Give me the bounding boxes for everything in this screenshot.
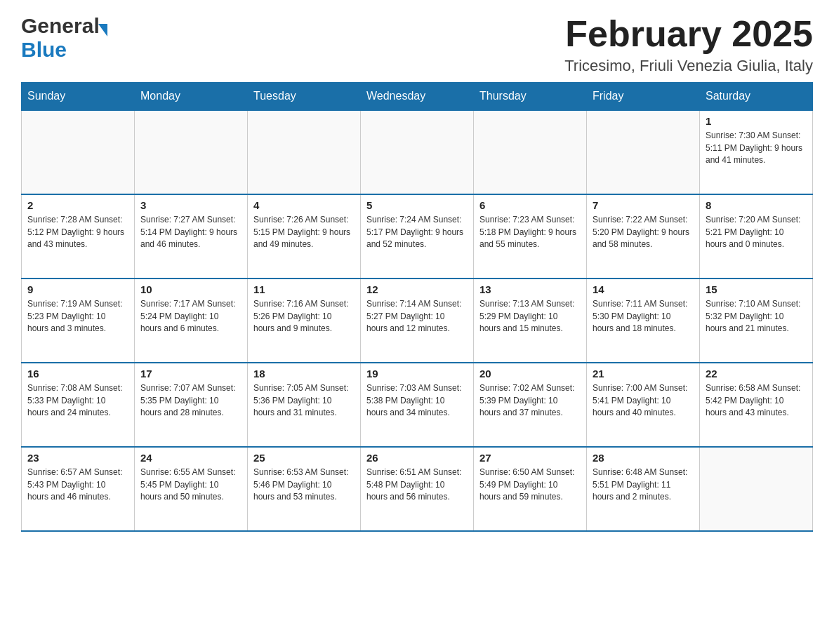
calendar-day-cell: 24Sunrise: 6:55 AM Sunset: 5:45 PM Dayli…: [135, 447, 248, 531]
calendar-week-row: 23Sunrise: 6:57 AM Sunset: 5:43 PM Dayli…: [22, 447, 813, 531]
calendar-day-cell: 16Sunrise: 7:08 AM Sunset: 5:33 PM Dayli…: [22, 363, 135, 447]
calendar-day-cell: 7Sunrise: 7:22 AM Sunset: 5:20 PM Daylig…: [587, 194, 700, 279]
day-number: 16: [27, 368, 128, 380]
day-number: 26: [366, 452, 468, 464]
day-info: Sunrise: 7:00 AM Sunset: 5:41 PM Dayligh…: [593, 382, 694, 419]
calendar-day-cell: 4Sunrise: 7:26 AM Sunset: 5:15 PM Daylig…: [248, 194, 361, 279]
calendar-day-cell: 18Sunrise: 7:05 AM Sunset: 5:36 PM Dayli…: [248, 363, 361, 447]
day-info: Sunrise: 6:50 AM Sunset: 5:49 PM Dayligh…: [479, 467, 581, 503]
day-number: 4: [253, 199, 355, 211]
day-number: 2: [27, 199, 128, 211]
calendar-day-cell: [700, 447, 813, 531]
calendar-day-cell: 3Sunrise: 7:27 AM Sunset: 5:14 PM Daylig…: [135, 194, 248, 279]
day-number: 10: [140, 283, 241, 295]
day-number: 3: [140, 199, 241, 211]
day-number: 18: [253, 368, 355, 380]
day-number: 20: [479, 368, 581, 380]
calendar-day-cell: 10Sunrise: 7:17 AM Sunset: 5:24 PM Dayli…: [135, 279, 248, 363]
calendar-day-cell: 13Sunrise: 7:13 AM Sunset: 5:29 PM Dayli…: [474, 279, 587, 363]
calendar-day-cell: 26Sunrise: 6:51 AM Sunset: 5:48 PM Dayli…: [361, 447, 474, 531]
day-info: Sunrise: 6:57 AM Sunset: 5:43 PM Dayligh…: [27, 467, 128, 503]
day-info: Sunrise: 6:48 AM Sunset: 5:51 PM Dayligh…: [593, 467, 694, 503]
logo-arrow-icon: [98, 24, 107, 36]
calendar-day-cell: 14Sunrise: 7:11 AM Sunset: 5:30 PM Dayli…: [587, 279, 700, 363]
day-info: Sunrise: 7:27 AM Sunset: 5:14 PM Dayligh…: [140, 214, 241, 250]
day-number: 5: [366, 199, 468, 211]
calendar-day-header: Monday: [135, 83, 248, 111]
calendar-day-header: Sunday: [22, 83, 135, 111]
day-number: 15: [706, 283, 807, 295]
calendar-day-cell: 5Sunrise: 7:24 AM Sunset: 5:17 PM Daylig…: [361, 194, 474, 279]
calendar-day-cell: [361, 110, 474, 194]
day-info: Sunrise: 7:14 AM Sunset: 5:27 PM Dayligh…: [366, 298, 468, 335]
day-number: 1: [706, 115, 807, 127]
calendar-day-cell: 17Sunrise: 7:07 AM Sunset: 5:35 PM Dayli…: [135, 363, 248, 447]
calendar-day-cell: 22Sunrise: 6:58 AM Sunset: 5:42 PM Dayli…: [700, 363, 813, 447]
calendar-day-cell: 19Sunrise: 7:03 AM Sunset: 5:38 PM Dayli…: [361, 363, 474, 447]
calendar-header-row: SundayMondayTuesdayWednesdayThursdayFrid…: [22, 83, 813, 111]
day-number: 21: [593, 368, 694, 380]
month-title: February 2025: [564, 14, 813, 54]
day-info: Sunrise: 7:17 AM Sunset: 5:24 PM Dayligh…: [140, 298, 241, 335]
day-info: Sunrise: 7:24 AM Sunset: 5:17 PM Dayligh…: [366, 214, 468, 250]
page-header: General Blue February 2025 Tricesimo, Fr…: [21, 14, 813, 75]
location-subtitle: Tricesimo, Friuli Venezia Giulia, Italy: [564, 57, 813, 75]
day-info: Sunrise: 7:19 AM Sunset: 5:23 PM Dayligh…: [27, 298, 128, 335]
day-info: Sunrise: 7:30 AM Sunset: 5:11 PM Dayligh…: [706, 130, 807, 166]
calendar-table: SundayMondayTuesdayWednesdayThursdayFrid…: [21, 82, 813, 532]
calendar-day-cell: 25Sunrise: 6:53 AM Sunset: 5:46 PM Dayli…: [248, 447, 361, 531]
calendar-day-cell: 11Sunrise: 7:16 AM Sunset: 5:26 PM Dayli…: [248, 279, 361, 363]
calendar-day-cell: 23Sunrise: 6:57 AM Sunset: 5:43 PM Dayli…: [22, 447, 135, 531]
day-number: 17: [140, 368, 241, 380]
calendar-day-cell: 1Sunrise: 7:30 AM Sunset: 5:11 PM Daylig…: [700, 110, 813, 194]
day-number: 22: [706, 368, 807, 380]
day-info: Sunrise: 6:58 AM Sunset: 5:42 PM Dayligh…: [706, 382, 807, 419]
calendar-day-cell: 28Sunrise: 6:48 AM Sunset: 5:51 PM Dayli…: [587, 447, 700, 531]
day-number: 14: [593, 283, 694, 295]
day-number: 25: [253, 452, 355, 464]
day-number: 27: [479, 452, 581, 464]
calendar-day-cell: 20Sunrise: 7:02 AM Sunset: 5:39 PM Dayli…: [474, 363, 587, 447]
calendar-day-header: Friday: [587, 83, 700, 111]
calendar-day-cell: 21Sunrise: 7:00 AM Sunset: 5:41 PM Dayli…: [587, 363, 700, 447]
day-number: 24: [140, 452, 241, 464]
day-number: 7: [593, 199, 694, 211]
day-number: 11: [253, 283, 355, 295]
day-info: Sunrise: 7:20 AM Sunset: 5:21 PM Dayligh…: [706, 214, 807, 250]
day-info: Sunrise: 7:08 AM Sunset: 5:33 PM Dayligh…: [27, 382, 128, 419]
day-number: 19: [366, 368, 468, 380]
calendar-day-cell: 2Sunrise: 7:28 AM Sunset: 5:12 PM Daylig…: [22, 194, 135, 279]
day-number: 8: [706, 199, 807, 211]
calendar-day-cell: [587, 110, 700, 194]
day-number: 6: [479, 199, 581, 211]
title-block: February 2025 Tricesimo, Friuli Venezia …: [564, 14, 813, 75]
calendar-week-row: 2Sunrise: 7:28 AM Sunset: 5:12 PM Daylig…: [22, 194, 813, 279]
calendar-day-cell: 15Sunrise: 7:10 AM Sunset: 5:32 PM Dayli…: [700, 279, 813, 363]
day-info: Sunrise: 7:28 AM Sunset: 5:12 PM Dayligh…: [27, 214, 128, 250]
day-info: Sunrise: 7:26 AM Sunset: 5:15 PM Dayligh…: [253, 214, 355, 250]
day-number: 23: [27, 452, 128, 464]
calendar-day-header: Saturday: [700, 83, 813, 111]
calendar-day-cell: [135, 110, 248, 194]
calendar-day-cell: 8Sunrise: 7:20 AM Sunset: 5:21 PM Daylig…: [700, 194, 813, 279]
calendar-week-row: 9Sunrise: 7:19 AM Sunset: 5:23 PM Daylig…: [22, 279, 813, 363]
calendar-day-cell: [248, 110, 361, 194]
calendar-week-row: 1Sunrise: 7:30 AM Sunset: 5:11 PM Daylig…: [22, 110, 813, 194]
calendar-day-cell: 9Sunrise: 7:19 AM Sunset: 5:23 PM Daylig…: [22, 279, 135, 363]
day-number: 13: [479, 283, 581, 295]
calendar-week-row: 16Sunrise: 7:08 AM Sunset: 5:33 PM Dayli…: [22, 363, 813, 447]
day-info: Sunrise: 7:10 AM Sunset: 5:32 PM Dayligh…: [706, 298, 807, 335]
day-info: Sunrise: 7:13 AM Sunset: 5:29 PM Dayligh…: [479, 298, 581, 335]
calendar-day-header: Tuesday: [248, 83, 361, 111]
day-info: Sunrise: 7:02 AM Sunset: 5:39 PM Dayligh…: [479, 382, 581, 419]
calendar-day-cell: 12Sunrise: 7:14 AM Sunset: 5:27 PM Dayli…: [361, 279, 474, 363]
day-info: Sunrise: 6:51 AM Sunset: 5:48 PM Dayligh…: [366, 467, 468, 503]
calendar-day-cell: 27Sunrise: 6:50 AM Sunset: 5:49 PM Dayli…: [474, 447, 587, 531]
calendar-day-cell: [474, 110, 587, 194]
logo-general-text: General: [21, 14, 100, 38]
calendar-day-header: Wednesday: [361, 83, 474, 111]
day-info: Sunrise: 6:55 AM Sunset: 5:45 PM Dayligh…: [140, 467, 241, 503]
day-number: 28: [593, 452, 694, 464]
calendar-day-header: Thursday: [474, 83, 587, 111]
day-info: Sunrise: 7:16 AM Sunset: 5:26 PM Dayligh…: [253, 298, 355, 335]
